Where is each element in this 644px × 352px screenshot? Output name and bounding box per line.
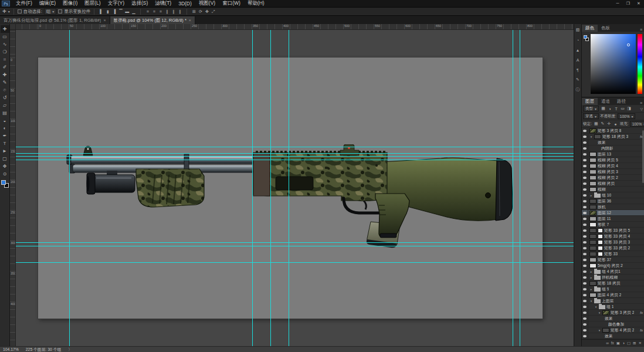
visibility-toggle[interactable]: [582, 163, 588, 168]
brush-panel-icon[interactable]: ✎: [575, 77, 581, 83]
layer-row-11[interactable]: ▸组 10: [582, 192, 644, 198]
expand-arrow-icon[interactable]: ▸: [589, 270, 593, 273]
layer-row-35[interactable]: 效果: [582, 333, 644, 339]
visibility-toggle[interactable]: [582, 145, 588, 151]
layer-thumbnail[interactable]: [589, 199, 596, 204]
visibility-toggle[interactable]: [582, 286, 588, 292]
expand-arrow-icon[interactable]: ▸: [589, 194, 593, 197]
layer-thumbnail[interactable]: [594, 134, 601, 139]
filter-smart-icon[interactable]: ◨: [626, 106, 632, 112]
3d-pan-icon[interactable]: ✥: [204, 8, 210, 15]
collapse-arrow-icon[interactable]: ▾: [589, 135, 593, 138]
visibility-toggle[interactable]: [582, 304, 588, 309]
align-top-icon[interactable]: ▔: [117, 8, 124, 15]
crop-tool[interactable]: ⌗: [1, 56, 9, 63]
layer-fx-badge[interactable]: fx: [640, 329, 643, 332]
visibility-toggle[interactable]: [582, 310, 588, 315]
layer-thumbnail[interactable]: [589, 170, 596, 174]
vertical-guide[interactable]: [289, 30, 289, 346]
link-layers-icon[interactable]: ∞: [606, 341, 609, 345]
layer-row-5[interactable]: 模糊 拷贝 5: [582, 157, 644, 163]
menu-item-4[interactable]: 文字(Y): [104, 0, 128, 7]
layer-thumbnail[interactable]: [589, 175, 596, 180]
layer-row-10[interactable]: 模糊: [582, 187, 644, 192]
layers-menu-icon[interactable]: ≡: [638, 101, 644, 105]
layer-row-29[interactable]: ▾上图层: [582, 298, 644, 304]
adjustment-layer-icon[interactable]: ◑: [622, 341, 625, 345]
layer-thumbnail[interactable]: [589, 187, 596, 192]
layer-thumbnail[interactable]: [589, 181, 596, 186]
close-button[interactable]: ✕: [633, 1, 644, 6]
layer-mask-icon[interactable]: ▣: [616, 341, 620, 346]
layers-list[interactable]: 矩形 3 拷贝 8▾矩形 18 拷贝 3fx效果内阴影图层 13模糊 拷贝 5模…: [582, 128, 644, 339]
tool-preset-dropdown[interactable]: [8, 9, 10, 14]
layer-style-icon[interactable]: fx: [611, 341, 614, 345]
filter-adjustment-icon[interactable]: ◑: [606, 106, 613, 112]
layer-row-22[interactable]: 矩形 37: [582, 257, 644, 263]
vertical-guide[interactable]: [513, 30, 513, 346]
layer-row-17[interactable]: 矩形 33 拷贝 5: [582, 228, 644, 233]
visibility-toggle[interactable]: [582, 251, 588, 256]
menu-item-9[interactable]: 窗口(W): [219, 0, 244, 7]
auto-align-icon[interactable]: ⊞: [191, 8, 197, 15]
lock-pixels-icon[interactable]: ✎: [599, 121, 606, 127]
visibility-toggle[interactable]: [582, 228, 588, 233]
paragraph-panel-icon[interactable]: ¶: [575, 67, 581, 73]
path-select-tool[interactable]: ►: [1, 147, 9, 155]
menu-item-6[interactable]: 滤镜(T): [151, 0, 175, 7]
layer-row-19[interactable]: 矩形 33 拷贝 3: [582, 239, 644, 245]
horizontal-guide[interactable]: [16, 262, 574, 263]
layer-thumbnail[interactable]: [589, 222, 596, 227]
filter-pixel-icon[interactable]: ▦: [600, 106, 606, 112]
visibility-toggle[interactable]: [582, 134, 588, 139]
lock-all-icon[interactable]: ●: [612, 121, 619, 127]
document-tab-1[interactable]: 散弹枪.psd @ 104% (图 12, RGB/8) *×: [110, 16, 195, 24]
distribute-hcenter-icon[interactable]: ∥: [170, 8, 177, 15]
visibility-toggle[interactable]: [582, 204, 588, 209]
layer-row-1[interactable]: ▾矩形 18 拷贝 3fx: [582, 134, 644, 140]
menu-item-5[interactable]: 选择(S): [128, 0, 151, 7]
align-vcenter-icon[interactable]: ▬: [124, 8, 130, 15]
collapse-arrow-icon[interactable]: ▾: [589, 299, 593, 303]
visibility-toggle[interactable]: [582, 181, 588, 186]
horizontal-guide[interactable]: [16, 153, 574, 154]
blend-mode-dropdown[interactable]: 穿透: [583, 113, 599, 119]
layer-thumbnail[interactable]: [589, 152, 596, 157]
layer-mask-thumbnail[interactable]: [598, 252, 603, 256]
eyedropper-tool[interactable]: ✐: [1, 63, 9, 71]
eraser-tool[interactable]: ▱: [1, 101, 9, 109]
menu-item-0[interactable]: 文件(F): [12, 0, 36, 7]
expand-arrow-icon[interactable]: ▸: [589, 287, 593, 291]
lasso-tool[interactable]: ∿: [1, 40, 9, 48]
color-menu-icon[interactable]: ≡: [638, 28, 644, 32]
align-hcenter-icon[interactable]: ▮: [104, 8, 111, 15]
layer-thumbnail[interactable]: [589, 281, 596, 286]
color-tab-1[interactable]: 色板: [598, 25, 614, 32]
filter-type-icon[interactable]: T: [613, 106, 619, 112]
distribute-left-icon[interactable]: ∥: [164, 8, 170, 15]
layer-mask-thumbnail[interactable]: [598, 240, 603, 245]
visibility-toggle[interactable]: [582, 257, 588, 262]
layer-row-34[interactable]: ▾矩形 4 拷贝 2fx: [582, 327, 644, 333]
layer-mask-thumbnail[interactable]: [598, 246, 603, 251]
color-tab-0[interactable]: 颜色: [582, 25, 598, 32]
layer-row-9[interactable]: 模糊 拷贝: [582, 181, 644, 187]
layer-thumbnail[interactable]: [589, 128, 596, 133]
visibility-toggle[interactable]: [582, 187, 588, 192]
visibility-toggle[interactable]: [582, 321, 588, 327]
visibility-toggle[interactable]: [582, 263, 588, 268]
layer-thumbnail[interactable]: [589, 228, 596, 233]
visibility-toggle[interactable]: [582, 292, 588, 297]
filter-switch-icon[interactable]: ▽: [640, 107, 643, 111]
auto-select-dropdown[interactable]: 组: [44, 8, 57, 15]
collapse-arrow-icon[interactable]: ▾: [598, 329, 601, 332]
layer-row-27[interactable]: ▸组 9: [582, 286, 644, 292]
visibility-toggle[interactable]: [582, 280, 588, 286]
visibility-toggle[interactable]: [582, 216, 588, 221]
move-tool[interactable]: ✛: [1, 25, 9, 33]
menu-item-7[interactable]: 3D(D): [175, 0, 195, 7]
layer-row-7[interactable]: 模糊 拷贝 3: [582, 169, 644, 175]
hue-slider[interactable]: [638, 34, 642, 94]
history-brush-tool[interactable]: ↺: [1, 94, 9, 101]
horizontal-guide[interactable]: [16, 242, 574, 243]
